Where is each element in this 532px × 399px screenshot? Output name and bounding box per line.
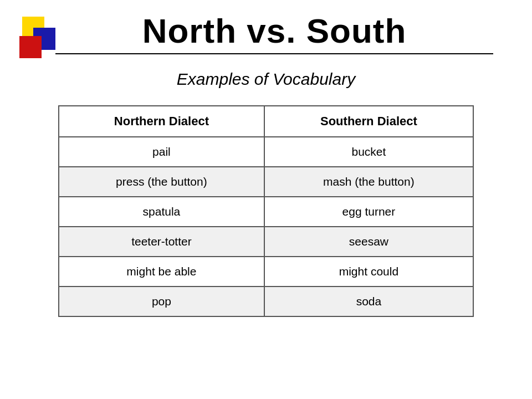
table-header-row: Northern Dialect Southern Dialect	[59, 106, 473, 137]
table-row: pailbucket	[59, 137, 473, 167]
table-row: might be ablemight could	[59, 257, 473, 287]
table-cell-5-1: soda	[264, 287, 473, 316]
title-text-area: North vs. South	[17, 11, 532, 64]
table-cell-0-0: pail	[59, 137, 264, 167]
table-row: popsoda	[59, 287, 473, 316]
table-cell-0-1: bucket	[264, 137, 473, 167]
table-cell-4-0: might be able	[59, 257, 264, 287]
table-row: teeter-totterseesaw	[59, 227, 473, 257]
table-cell-3-0: teeter-totter	[59, 227, 264, 257]
title-underline	[55, 53, 494, 54]
red-square	[19, 36, 42, 58]
table-cell-1-0: press (the button)	[59, 167, 264, 197]
vocabulary-table: Northern Dialect Southern Dialect pailbu…	[58, 105, 474, 317]
title-section: North vs. South	[0, 11, 532, 64]
table-cell-3-1: seesaw	[264, 227, 473, 257]
table-cell-2-0: spatula	[59, 197, 264, 227]
table-row: spatulaegg turner	[59, 197, 473, 227]
table-container: Northern Dialect Southern Dialect pailbu…	[58, 105, 474, 317]
page-container: North vs. South Examples of Vocabulary N…	[0, 0, 532, 399]
column-header-southern: Southern Dialect	[264, 106, 473, 137]
table-row: press (the button)mash (the button)	[59, 167, 473, 197]
column-header-northern: Northern Dialect	[59, 106, 264, 137]
decorative-squares	[17, 17, 55, 61]
table-cell-4-1: might could	[264, 257, 473, 287]
main-title: North vs. South	[17, 11, 532, 50]
table-cell-5-0: pop	[59, 287, 264, 316]
table-cell-2-1: egg turner	[264, 197, 473, 227]
subtitle: Examples of Vocabulary	[177, 70, 355, 89]
table-cell-1-1: mash (the button)	[264, 167, 473, 197]
